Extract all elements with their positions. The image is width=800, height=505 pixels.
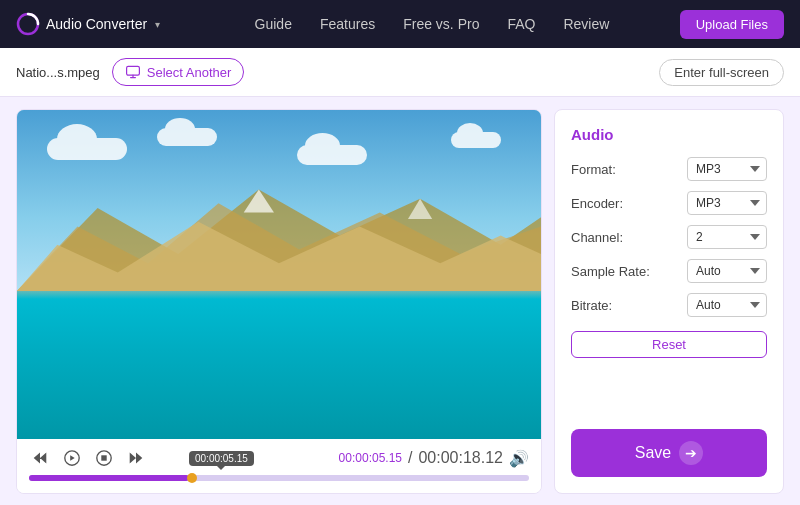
controls-row: 00:00:05.15 / 00:00:18.12 🔊	[29, 447, 529, 469]
main-content: 00:00:05.15 / 00:00:18.12 🔊 00:00:05.15 …	[0, 97, 800, 505]
monitor-icon	[125, 64, 141, 80]
format-label: Format:	[571, 162, 616, 177]
format-select[interactable]: MP3 AACFLACWAVOGG	[687, 157, 767, 181]
video-panel: 00:00:05.15 / 00:00:18.12 🔊 00:00:05.15	[16, 109, 542, 494]
fullscreen-button[interactable]: Enter full-screen	[659, 59, 784, 86]
video-preview	[17, 110, 541, 439]
volume-button[interactable]: 🔊	[509, 449, 529, 468]
rewind-button[interactable]	[29, 447, 51, 469]
nav-links: Guide Features Free vs. Pro FAQ Review	[184, 16, 680, 32]
cloud-2	[157, 128, 217, 146]
stop-button[interactable]	[93, 447, 115, 469]
save-button[interactable]: Save ➔	[571, 429, 767, 477]
seek-tooltip: 00:00:05.15	[189, 451, 254, 466]
encoder-row: Encoder: MP3AACFLAC	[571, 191, 767, 215]
sample-rate-select[interactable]: Auto441004800096000	[687, 259, 767, 283]
channel-row: Channel: 1246	[571, 225, 767, 249]
play-button[interactable]	[61, 447, 83, 469]
encoder-label: Encoder:	[571, 196, 623, 211]
playback-buttons	[29, 447, 147, 469]
file-name-label: Natio...s.mpeg	[16, 65, 100, 80]
nav-guide[interactable]: Guide	[255, 16, 292, 32]
time-separator: /	[408, 449, 412, 467]
cloud-1	[47, 138, 127, 160]
current-time: 00:00:05.15	[339, 451, 402, 465]
svg-rect-9	[101, 455, 106, 460]
video-background	[17, 110, 541, 439]
file-toolbar: Natio...s.mpeg Select Another Enter full…	[0, 48, 800, 97]
nav-faq[interactable]: FAQ	[507, 16, 535, 32]
reset-button[interactable]: Reset	[571, 331, 767, 358]
save-label: Save	[635, 444, 671, 462]
logo-icon	[16, 12, 40, 36]
cloud-3	[297, 145, 367, 165]
top-navigation: Audio Converter ▾ Guide Features Free vs…	[0, 0, 800, 48]
seek-track[interactable]	[29, 475, 529, 481]
toolbar-left: Natio...s.mpeg Select Another	[16, 58, 244, 86]
fastforward-button[interactable]	[125, 447, 147, 469]
video-controls: 00:00:05.15 / 00:00:18.12 🔊 00:00:05.15	[17, 439, 541, 493]
bitrate-row: Bitrate: Auto128k192k256k320k	[571, 293, 767, 317]
bitrate-select[interactable]: Auto128k192k256k320k	[687, 293, 767, 317]
logo-dropdown-arrow[interactable]: ▾	[155, 19, 160, 30]
mountains-bg	[17, 171, 541, 291]
nav-review[interactable]: Review	[563, 16, 609, 32]
nav-free-vs-pro[interactable]: Free vs. Pro	[403, 16, 479, 32]
seek-thumb[interactable]	[187, 473, 197, 483]
svg-rect-1	[126, 66, 139, 75]
cloud-4	[451, 132, 501, 148]
channel-select[interactable]: 1246	[687, 225, 767, 249]
sample-rate-row: Sample Rate: Auto441004800096000	[571, 259, 767, 283]
water-bg	[17, 291, 541, 439]
bitrate-label: Bitrate:	[571, 298, 612, 313]
format-row: Format: MP3 AACFLACWAVOGG	[571, 157, 767, 181]
settings-title: Audio	[571, 126, 767, 143]
save-icon: ➔	[679, 441, 703, 465]
seek-bar-container: 00:00:05.15	[29, 473, 529, 489]
select-another-label: Select Another	[147, 65, 232, 80]
select-another-button[interactable]: Select Another	[112, 58, 245, 86]
app-title: Audio Converter	[46, 16, 147, 32]
upload-files-button[interactable]: Upload Files	[680, 10, 784, 39]
nav-features[interactable]: Features	[320, 16, 375, 32]
total-time: 00:00:18.12	[418, 449, 503, 467]
channel-label: Channel:	[571, 230, 623, 245]
encoder-select[interactable]: MP3AACFLAC	[687, 191, 767, 215]
shore-line	[17, 291, 541, 299]
settings-panel: Audio Format: MP3 AACFLACWAVOGG Encoder:…	[554, 109, 784, 494]
sample-rate-label: Sample Rate:	[571, 264, 650, 279]
seek-progress	[29, 475, 189, 481]
app-logo[interactable]: Audio Converter ▾	[16, 12, 160, 36]
